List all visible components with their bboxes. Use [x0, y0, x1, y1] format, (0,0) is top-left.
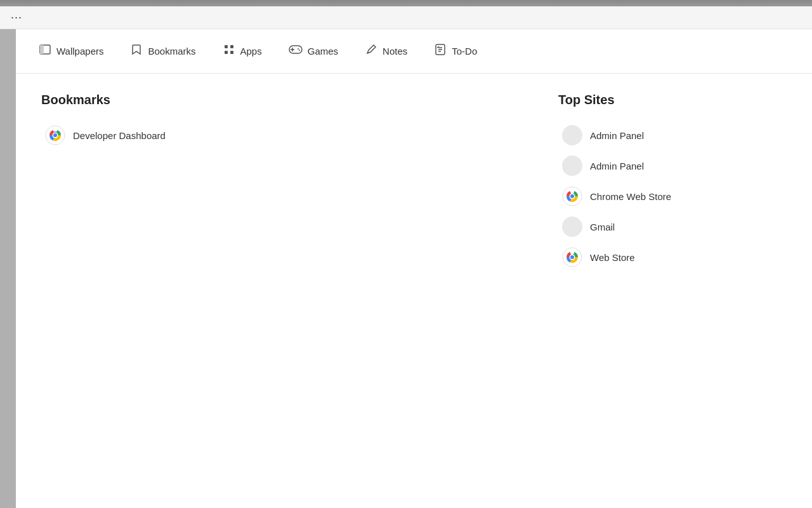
tab-games[interactable]: Games — [278, 39, 348, 63]
svg-point-10 — [299, 50, 300, 51]
chrome-favicon-webstore — [562, 186, 582, 206]
more-icon: ··· — [11, 11, 22, 24]
bookmarks-section: Bookmarks — [41, 93, 520, 272]
bookmark-item[interactable]: Developer Dashboard — [41, 120, 520, 150]
content-area: Bookmarks — [16, 74, 812, 291]
top-site-label: Gmail — [590, 222, 615, 232]
top-site-label: Admin Panel — [590, 161, 644, 171]
svg-rect-1 — [40, 45, 44, 54]
svg-rect-3 — [230, 45, 233, 48]
svg-point-22 — [570, 194, 574, 198]
svg-rect-5 — [230, 51, 233, 54]
tab-todo-label: To-Do — [452, 46, 477, 57]
tab-notes[interactable]: Notes — [355, 38, 417, 64]
chrome-favicon-webstore2 — [562, 247, 582, 267]
top-site-item[interactable]: Chrome Web Store — [558, 181, 787, 211]
placeholder-favicon-3 — [562, 217, 582, 237]
top-sites-title: Top Sites — [558, 93, 787, 107]
apps-icon — [223, 43, 235, 59]
notes-icon — [365, 43, 377, 59]
tab-wallpapers-label: Wallpapers — [56, 46, 103, 57]
tab-bookmarks-label: Bookmarks — [148, 46, 195, 57]
top-site-item[interactable]: Web Store — [558, 242, 787, 272]
svg-point-9 — [298, 48, 299, 50]
svg-rect-2 — [225, 45, 228, 48]
top-site-label: Web Store — [590, 252, 635, 263]
nav-tabs: Wallpapers Bookmarks Apps — [16, 29, 812, 74]
top-site-item[interactable]: Admin Panel — [558, 120, 787, 150]
svg-point-19 — [53, 133, 57, 137]
bookmark-label: Developer Dashboard — [73, 130, 166, 141]
chrome-favicon — [45, 125, 65, 145]
todo-icon — [434, 43, 447, 59]
placeholder-favicon-1 — [562, 125, 582, 145]
top-site-label: Admin Panel — [590, 130, 644, 141]
bookmarks-icon — [130, 43, 143, 59]
top-site-item[interactable]: Admin Panel — [558, 150, 787, 181]
tab-todo[interactable]: To-Do — [424, 38, 487, 64]
tab-notes-label: Notes — [383, 46, 407, 57]
tab-games-label: Games — [308, 46, 338, 57]
tab-wallpapers[interactable]: Wallpapers — [29, 38, 114, 64]
wallpapers-icon — [39, 43, 51, 59]
tab-apps-label: Apps — [240, 46, 262, 57]
games-icon — [289, 44, 303, 58]
tab-apps[interactable]: Apps — [213, 38, 272, 64]
top-site-label: Chrome Web Store — [590, 191, 671, 202]
top-sites-section: Top Sites Admin Panel Admin Panel — [546, 93, 787, 272]
placeholder-favicon-2 — [562, 156, 582, 176]
top-site-item[interactable]: Gmail — [558, 211, 787, 242]
svg-rect-4 — [225, 51, 228, 54]
tab-bookmarks[interactable]: Bookmarks — [120, 38, 206, 64]
more-button[interactable]: ··· — [8, 9, 25, 27]
bookmarks-title: Bookmarks — [41, 93, 520, 107]
svg-point-25 — [570, 255, 574, 259]
